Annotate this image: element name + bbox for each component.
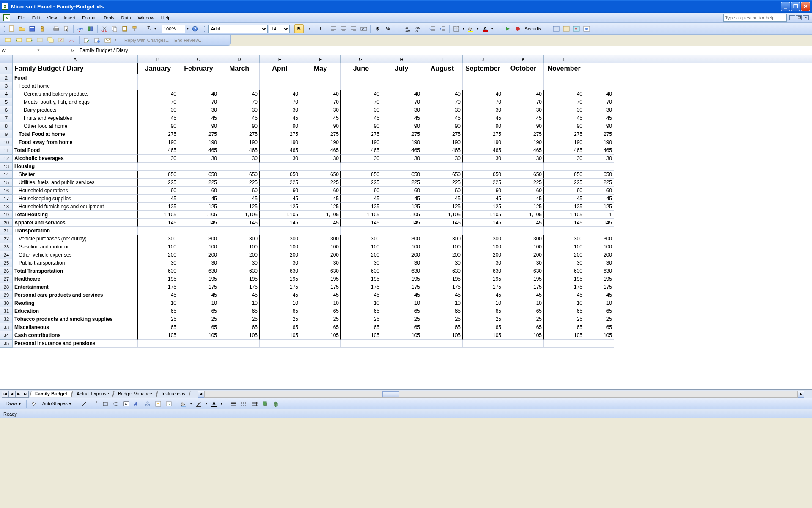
cell-E29[interactable]: 45 [260, 291, 300, 299]
column-header-G[interactable]: G [341, 55, 381, 64]
cell-J5[interactable]: 70 [463, 98, 503, 106]
cell-I5[interactable]: 70 [422, 98, 463, 106]
design-mode-button[interactable] [572, 24, 581, 33]
paste-button[interactable] [120, 24, 129, 33]
cell-partial-3[interactable] [584, 82, 614, 90]
close-button[interactable]: ✕ [801, 2, 810, 11]
cell-D34[interactable]: 105 [219, 331, 260, 340]
cell-partial-9[interactable]: 275 [584, 130, 614, 138]
cell-J26[interactable]: 630 [463, 267, 503, 275]
cell-I29[interactable]: 45 [422, 291, 463, 299]
cell-L8[interactable]: 90 [544, 122, 584, 130]
cell-C21[interactable] [178, 227, 219, 235]
cell-L15[interactable]: 225 [544, 179, 584, 187]
cell-B11[interactable]: 465 [138, 146, 178, 155]
cell-G7[interactable]: 45 [341, 114, 381, 122]
cell-K23[interactable]: 100 [503, 243, 544, 251]
cell-L31[interactable]: 65 [544, 307, 584, 315]
row-header-35[interactable]: 35 [0, 340, 13, 348]
cell-J1[interactable]: September [463, 64, 503, 74]
cell-B28[interactable]: 175 [138, 283, 178, 291]
cell-L5[interactable]: 70 [544, 98, 584, 106]
cell-H19[interactable]: 1,105 [381, 211, 422, 219]
cell-D22[interactable]: 300 [219, 235, 260, 243]
row-header-27[interactable]: 27 [0, 275, 13, 283]
cell-K28[interactable]: 175 [503, 283, 544, 291]
column-header-J[interactable]: J [463, 55, 503, 64]
cell-I15[interactable]: 225 [422, 179, 463, 187]
cell-B8[interactable]: 90 [138, 122, 178, 130]
doc-restore-button[interactable]: ❐ [796, 15, 802, 20]
cell-A8[interactable]: Other food at home [13, 122, 138, 130]
tab-prev-button[interactable]: ◀ [8, 391, 15, 398]
cell-H10[interactable]: 190 [381, 138, 422, 146]
cell-E3[interactable] [260, 82, 300, 90]
cell-E25[interactable]: 30 [260, 259, 300, 267]
cell-H30[interactable]: 10 [381, 299, 422, 307]
cell-K9[interactable]: 275 [503, 130, 544, 138]
row-header-30[interactable]: 30 [0, 299, 13, 307]
align-right-button[interactable] [349, 24, 358, 33]
cell-I2[interactable] [422, 74, 463, 82]
cell-B31[interactable]: 65 [138, 307, 178, 315]
cell-L25[interactable]: 30 [544, 259, 584, 267]
font-color-button[interactable]: A [480, 24, 490, 33]
cell-B6[interactable]: 30 [138, 106, 178, 114]
cell-C31[interactable]: 65 [178, 307, 219, 315]
cell-J33[interactable]: 65 [463, 323, 503, 331]
cell-D2[interactable] [219, 74, 260, 82]
cell-C23[interactable]: 100 [178, 243, 219, 251]
cell-G22[interactable]: 300 [341, 235, 381, 243]
cell-A2[interactable]: Food [13, 74, 138, 82]
cell-H12[interactable]: 30 [381, 155, 422, 163]
cell-H29[interactable]: 45 [381, 291, 422, 299]
cell-G2[interactable] [341, 74, 381, 82]
row-header-20[interactable]: 20 [0, 219, 13, 227]
sheet-tab-instructions[interactable]: Instructions [156, 391, 190, 397]
cell-H13[interactable] [381, 163, 422, 171]
cell-I24[interactable]: 200 [422, 251, 463, 259]
cell-L18[interactable]: 125 [544, 203, 584, 211]
toolbar-grip[interactable] [3, 25, 5, 33]
cell-K5[interactable]: 70 [503, 98, 544, 106]
row-header-13[interactable]: 13 [0, 163, 13, 171]
cell-F19[interactable]: 1,105 [300, 211, 341, 219]
print-button[interactable] [52, 24, 61, 33]
cell-partial-27[interactable]: 195 [584, 275, 614, 283]
diagram-button[interactable] [143, 399, 152, 409]
cell-B33[interactable]: 65 [138, 323, 178, 331]
cell-partial-6[interactable]: 30 [584, 106, 614, 114]
row-header-26[interactable]: 26 [0, 267, 13, 275]
column-header-C[interactable]: C [178, 55, 219, 64]
cell-C3[interactable] [178, 82, 219, 90]
cell-G1[interactable]: June [341, 64, 381, 74]
cell-K16[interactable]: 60 [503, 187, 544, 195]
hscroll-track[interactable] [204, 391, 798, 398]
cell-B3[interactable] [138, 82, 178, 90]
cell-L2[interactable] [544, 74, 584, 82]
cell-I32[interactable]: 25 [422, 315, 463, 323]
cell-G32[interactable]: 25 [341, 315, 381, 323]
cell-B24[interactable]: 200 [138, 251, 178, 259]
cell-F18[interactable]: 125 [300, 203, 341, 211]
cell-D3[interactable] [219, 82, 260, 90]
cell-A11[interactable]: Total Food [13, 146, 138, 155]
cell-F23[interactable]: 100 [300, 243, 341, 251]
cell-H8[interactable]: 90 [381, 122, 422, 130]
prev-comment-button[interactable] [14, 36, 24, 45]
clipart-button[interactable] [154, 399, 163, 409]
cell-I9[interactable]: 275 [422, 130, 463, 138]
cell-E8[interactable]: 90 [260, 122, 300, 130]
cell-B12[interactable]: 30 [138, 155, 178, 163]
cell-K17[interactable]: 45 [503, 195, 544, 203]
cell-H5[interactable]: 70 [381, 98, 422, 106]
cell-J32[interactable]: 25 [463, 315, 503, 323]
decrease-indent-button[interactable] [428, 24, 437, 33]
menu-tools[interactable]: Tools [100, 14, 118, 22]
hscroll-thumb[interactable] [382, 391, 399, 397]
cell-H27[interactable]: 195 [381, 275, 422, 283]
row-header-28[interactable]: 28 [0, 283, 13, 291]
cell-K24[interactable]: 200 [503, 251, 544, 259]
cell-B27[interactable]: 195 [138, 275, 178, 283]
cell-I31[interactable]: 65 [422, 307, 463, 315]
